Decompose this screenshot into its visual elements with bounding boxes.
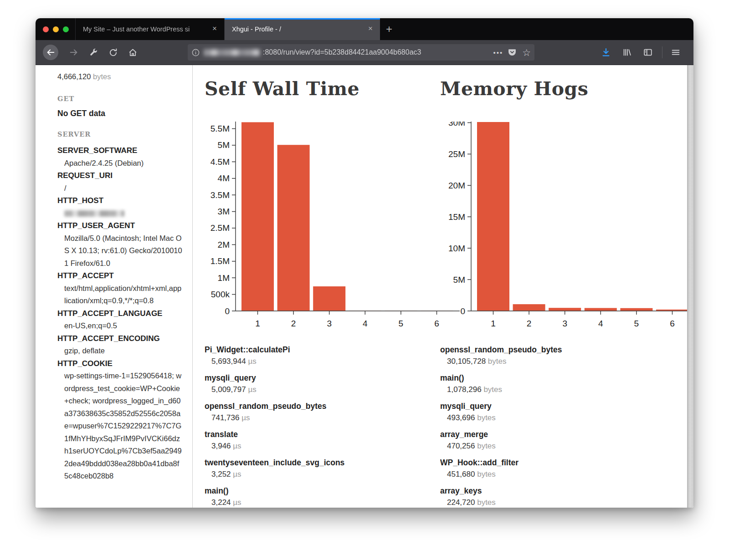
charts-area: Self Wall Time0500k1M1.5M2M2.5M3M3.5M4M4…: [193, 65, 693, 508]
downloads-button[interactable]: [598, 45, 614, 60]
new-tab-button[interactable]: +: [380, 18, 398, 40]
svg-text:15M: 15M: [448, 212, 465, 222]
svg-text:1.5M: 1.5M: [210, 256, 230, 266]
bar-4: [585, 308, 617, 311]
server-entry-value: Mozilla/5.0 (Macintosh; Intel Mac OS X 1…: [57, 232, 182, 270]
function-value: 3,946 µs: [205, 440, 440, 452]
server-entry-value: en-US,en;q=0.5: [57, 320, 182, 332]
svg-text:3.5M: 3.5M: [210, 190, 230, 200]
svg-text:3: 3: [562, 319, 567, 328]
back-button[interactable]: [43, 45, 58, 60]
browser-tab[interactable]: My Site – Just another WordPress si×: [75, 18, 224, 40]
server-entry-label: HTTP_COOKIE: [57, 357, 182, 370]
svg-text:10M: 10M: [448, 244, 465, 253]
url-text[interactable]: :8080/run/view?id=5b238d84421aa9004b680a…: [263, 48, 488, 56]
run-details-sidebar: 4,666,120 bytes GET No GET data SERVER S…: [36, 65, 193, 508]
svg-text:4M: 4M: [218, 173, 230, 183]
reload-icon: [108, 48, 118, 57]
svg-text:20M: 20M: [448, 181, 465, 190]
forward-button[interactable]: [66, 45, 82, 60]
sidebar-toggle-button[interactable]: [640, 45, 656, 60]
site-info-icon[interactable]: [191, 48, 200, 57]
svg-text:5.5M: 5.5M: [210, 124, 230, 133]
function-name: main(): [440, 372, 693, 384]
bar-5: [620, 308, 652, 311]
tab-close-icon[interactable]: ×: [210, 24, 220, 34]
tab-close-icon[interactable]: ×: [365, 24, 375, 34]
forward-arrow-icon: [69, 47, 79, 57]
library-button[interactable]: [619, 45, 635, 60]
server-entry-label: HTTP_ACCEPT: [57, 270, 182, 282]
function-name: openssl_random_pseudo_bytes: [440, 344, 693, 356]
toolbar-right-icons: [593, 45, 683, 60]
peak-memory-value: 4,666,120 bytes: [57, 71, 182, 83]
function-name: mysqli_query: [205, 372, 440, 384]
server-entries: SERVER_SOFTWAREApache/2.4.25 (Debian)REQ…: [57, 144, 182, 483]
svg-text:6: 6: [434, 319, 439, 328]
svg-text:500k: 500k: [211, 290, 230, 299]
bookmark-star-icon[interactable]: ☆: [522, 48, 531, 57]
minimize-window-button[interactable]: [53, 26, 59, 32]
redacted-host-value: [64, 210, 124, 217]
function-name: mysqli_query: [440, 400, 693, 412]
function-value: 5,009,797 µs: [205, 384, 440, 396]
function-value: 1,078,296 bytes: [440, 384, 693, 396]
bar-3: [549, 308, 581, 311]
memory-hogs-chart: 05M10M15M20M25M30M123456: [440, 122, 693, 333]
url-bar[interactable]: :8080/run/view?id=5b238d84421aa9004b680a…: [188, 44, 534, 61]
firefox-window: My Site – Just another WordPress si×Xhgu…: [36, 18, 693, 508]
svg-text:1: 1: [255, 319, 260, 328]
server-entry-label: HTTP_ACCEPT_ENCODING: [57, 332, 182, 345]
back-arrow-icon: [46, 47, 56, 57]
function-value: 3,252 µs: [205, 468, 440, 480]
server-entry-value: wp-settings-time-1=1529056418; wordpress…: [57, 370, 182, 483]
menu-button[interactable]: [668, 45, 683, 60]
svg-text:2: 2: [291, 319, 296, 328]
svg-text:4.5M: 4.5M: [210, 157, 230, 167]
chart-title: Self Wall Time: [205, 77, 440, 101]
function-value: 30,105,728 bytes: [440, 356, 693, 367]
server-entry-label: HTTP_USER_AGENT: [57, 219, 182, 232]
function-name: openssl_random_pseudo_bytes: [205, 400, 440, 412]
tab-title: Xhgui - Profile - /: [232, 25, 365, 33]
sidebar-toggle-icon: [643, 47, 653, 57]
function-value: 5,693,944 µs: [205, 356, 440, 367]
zoom-window-button[interactable]: [63, 26, 69, 32]
redacted-host: [204, 49, 260, 56]
server-entry-label: REQUEST_URI: [57, 169, 182, 182]
close-window-button[interactable]: [43, 26, 49, 32]
server-entry-value: /: [57, 182, 182, 195]
function-name: WP_Hook::add_filter: [440, 457, 693, 468]
bar-1: [477, 122, 509, 311]
svg-text:1: 1: [491, 319, 496, 328]
wrench-icon: [89, 48, 98, 57]
server-entry-value: Apache/2.4.25 (Debian): [57, 157, 182, 170]
get-section-heading: GET: [57, 95, 182, 102]
server-entry-label: SERVER_SOFTWARE: [57, 144, 182, 157]
svg-text:3M: 3M: [218, 207, 230, 216]
svg-text:0: 0: [225, 306, 230, 316]
no-get-data-text: No GET data: [57, 109, 182, 118]
pocket-icon[interactable]: [508, 48, 517, 57]
reload-button[interactable]: [105, 45, 121, 60]
page-actions-icon[interactable]: •••: [493, 49, 503, 56]
bar-3: [313, 286, 345, 311]
bar-2: [277, 145, 310, 311]
library-icon: [622, 47, 632, 57]
tab-title: My Site – Just another WordPress si: [83, 25, 210, 33]
hamburger-menu-icon: [671, 47, 681, 57]
function-name: array_keys: [440, 485, 693, 497]
tab-bar: My Site – Just another WordPress si×Xhgu…: [36, 18, 693, 40]
svg-text:5M: 5M: [453, 275, 465, 285]
svg-text:2: 2: [527, 319, 532, 328]
tabs: My Site – Just another WordPress si×Xhgu…: [75, 18, 380, 40]
page-tools-button[interactable]: [86, 45, 101, 60]
svg-text:4: 4: [598, 319, 603, 328]
traffic-lights: [36, 18, 75, 40]
function-list: openssl_random_pseudo_bytes30,105,728 by…: [440, 344, 693, 508]
vertical-scrollbar[interactable]: [687, 65, 693, 508]
browser-tab[interactable]: Xhgui - Profile - /×: [224, 18, 380, 40]
home-button[interactable]: [125, 45, 140, 60]
svg-text:1M: 1M: [218, 273, 230, 283]
svg-text:5M: 5M: [218, 140, 230, 150]
